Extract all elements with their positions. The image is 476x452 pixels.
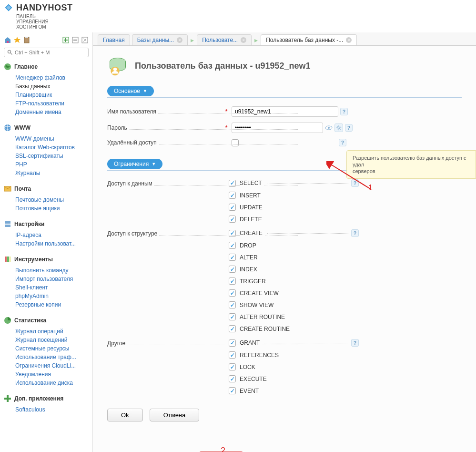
close-icon[interactable]: × (177, 37, 182, 43)
permission-item: LOCK (229, 363, 359, 370)
sidebar-item-backups[interactable]: Резервные копии (15, 300, 91, 309)
nav-title-stats[interactable]: Статистика (0, 315, 92, 326)
sidebar-item-cloudlinux[interactable]: Ограничения CloudLi... (15, 361, 91, 370)
sidebar-item-databases[interactable]: Базы данных (15, 82, 91, 91)
sidebar-item-mail-domains[interactable]: Почтовые домены (15, 195, 91, 204)
remote-access-checkbox[interactable] (232, 139, 239, 146)
permission-checkbox[interactable] (229, 230, 236, 237)
close-icon[interactable]: × (241, 37, 246, 43)
permission-item: EXECUTE (229, 375, 359, 382)
permission-checkbox[interactable] (229, 339, 236, 347)
svg-rect-13 (7, 257, 9, 262)
tab-databases[interactable]: Базы данны...× (132, 34, 188, 45)
sidebar-item-ssl[interactable]: SSL-сертификаты (15, 152, 91, 160)
help-icon[interactable]: ? (351, 229, 359, 237)
help-icon[interactable]: ? (340, 108, 348, 115)
sidebar-item-file-manager[interactable]: Менеджер файлов (15, 73, 91, 82)
help-icon[interactable]: ? (345, 124, 353, 132)
permission-checkbox[interactable] (229, 192, 236, 199)
permission-checkbox[interactable] (229, 242, 236, 249)
sidebar-item-mailboxes[interactable]: Почтовые ящики (15, 204, 91, 213)
sidebar-item-php[interactable]: PHP (15, 160, 91, 169)
permission-item: ALTER (229, 254, 359, 261)
permission-label: GRANT (240, 339, 262, 346)
sidebar-toolbar (0, 34, 92, 46)
chevron-down-icon: ▼ (152, 162, 156, 166)
permission-checkbox[interactable] (229, 277, 236, 285)
permission-checkbox[interactable] (229, 375, 236, 382)
sidebar-item-run-command[interactable]: Выполнить команду (15, 266, 91, 275)
permission-checkbox[interactable] (229, 204, 236, 211)
permission-checkbox[interactable] (229, 387, 236, 394)
permission-checkbox[interactable] (229, 254, 236, 261)
permission-checkbox[interactable] (229, 363, 236, 370)
permission-checkbox[interactable] (229, 216, 236, 223)
password-input[interactable] (232, 123, 323, 133)
sidebar-item-softaculous[interactable]: Softaculous (15, 405, 91, 414)
nav-title-settings[interactable]: Настройки (0, 218, 92, 230)
permission-checkbox[interactable] (229, 266, 236, 273)
nav-title-www[interactable]: WWW (0, 122, 92, 134)
search-input[interactable] (15, 50, 85, 55)
sidebar-item-visit-log[interactable]: Журнал посещений (15, 336, 91, 344)
permission-label: CREATE (240, 230, 264, 236)
section-main-chip[interactable]: Основное▼ (107, 86, 154, 96)
sidebar-item-ip[interactable]: IP-адреса (15, 231, 91, 239)
sidebar-item-traffic[interactable]: Использование траф... (15, 353, 91, 361)
minus-icon[interactable] (71, 36, 79, 44)
tab-home[interactable]: Главная (98, 34, 130, 45)
sidebar-item-import-user[interactable]: Импорт пользователя (15, 275, 91, 283)
sidebar-item-web-scripts[interactable]: Каталог Web-скриптов (15, 143, 91, 152)
svg-point-5 (8, 51, 11, 53)
permission-checkbox[interactable] (229, 289, 236, 297)
sidebar-item-user-settings[interactable]: Настройки пользоват... (15, 239, 91, 248)
ok-button[interactable]: Ok (107, 409, 143, 421)
label-data-access: Доступ к данным (107, 180, 154, 187)
perm-group-structure: Доступ к структуре CREATE?DROPALTERINDEX… (107, 229, 462, 332)
app-header: HANDYHOST ПАНЕЛЬ УПРАВЛЕНИЯ ХОСТИНГОМ (0, 0, 476, 32)
annotation-label-1: 1 (368, 184, 373, 192)
close-panel-icon[interactable] (81, 36, 89, 44)
brand-name: HANDYHOST (16, 3, 73, 13)
nav-title-mail[interactable]: Почта (0, 183, 92, 195)
help-icon[interactable]: ? (351, 179, 359, 187)
eye-icon[interactable] (325, 124, 333, 132)
sidebar-item-op-log[interactable]: Журнал операций (15, 327, 91, 336)
sidebar-search[interactable] (4, 48, 89, 57)
required-mark: * (224, 124, 229, 131)
cancel-button[interactable]: Отмена (150, 409, 200, 421)
star-icon[interactable] (13, 36, 21, 44)
permission-checkbox[interactable] (229, 325, 236, 332)
sidebar-item-domains[interactable]: Доменные имена (15, 108, 91, 116)
nav-title-apps[interactable]: Доп. приложения (0, 393, 92, 404)
sidebar-item-disk-usage[interactable]: Использование диска (15, 379, 91, 387)
home-icon[interactable] (4, 36, 11, 44)
sidebar-item-notifications[interactable]: Уведомления (15, 370, 91, 379)
sidebar-item-www-domains[interactable]: WWW-домены (15, 134, 91, 143)
tab-db-user-edit[interactable]: Пользователь баз данных -...× (261, 34, 357, 45)
close-icon[interactable]: × (346, 37, 352, 43)
permission-label: REFERENCES (240, 352, 281, 359)
permission-item: DELETE (229, 216, 359, 223)
sidebar-item-phpmyadmin[interactable]: phpMyAdmin (15, 292, 91, 300)
tab-users[interactable]: Пользовате...× (197, 34, 252, 45)
sidebar-item-sys-resources[interactable]: Системные ресурсы (15, 344, 91, 353)
username-input[interactable] (232, 106, 338, 117)
help-icon[interactable]: ? (351, 339, 359, 347)
sidebar-item-scheduler[interactable]: Планировщик (15, 91, 91, 99)
plus-icon[interactable] (62, 36, 70, 44)
gear-icon[interactable] (334, 123, 343, 132)
permission-checkbox[interactable] (229, 180, 236, 187)
nav-title-tools[interactable]: Инструменты (0, 254, 92, 265)
permission-label: LOCK (240, 364, 257, 370)
permission-checkbox[interactable] (229, 301, 236, 308)
nav-title-main[interactable]: Главное (0, 61, 92, 72)
section-limits-chip[interactable]: Ограничения▼ (107, 159, 162, 169)
help-icon[interactable]: ? (339, 139, 346, 146)
permission-checkbox[interactable] (229, 351, 236, 359)
permission-checkbox[interactable] (229, 313, 236, 320)
sidebar-item-shell[interactable]: Shell-клиент (15, 283, 91, 292)
sidebar-item-ftp-users[interactable]: FTP-пользователи (15, 99, 91, 108)
sidebar-item-logs[interactable]: Журналы (15, 169, 91, 177)
clipboard-icon[interactable] (23, 36, 30, 44)
